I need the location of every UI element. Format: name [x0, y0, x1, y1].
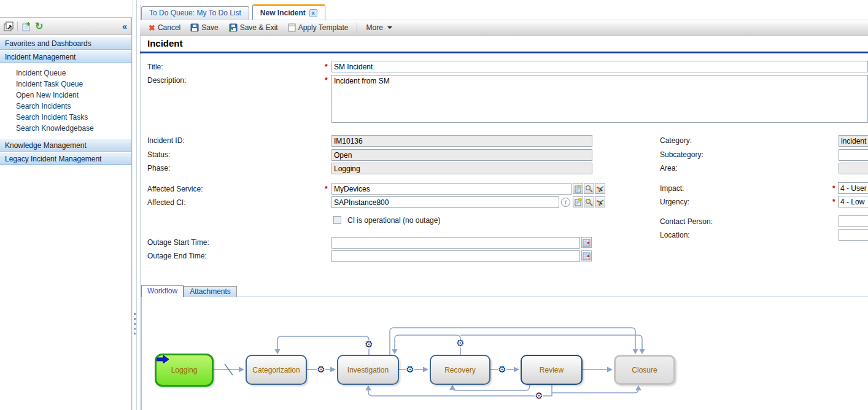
- workflow-node-investigation: Investigation: [337, 355, 399, 385]
- sidebar-item-search-incidents[interactable]: Search Incidents: [0, 101, 131, 112]
- save-exit-button[interactable]: Save & Exit: [225, 22, 282, 33]
- more-label: More: [366, 23, 382, 32]
- affected-service-input[interactable]: [331, 183, 572, 195]
- incident-management-items: Incident Queue Incident Task Queue Open …: [0, 64, 131, 139]
- find-icon[interactable]: [584, 183, 594, 194]
- affected-ci-label: Affected CI:: [147, 198, 185, 207]
- contact-person-input[interactable]: [839, 215, 868, 227]
- node-label: Investigation: [347, 366, 389, 374]
- section-favorites-and-dashboards[interactable]: Favorites and Dashboards: [0, 37, 131, 50]
- navigator-accordion: Favorites and Dashboards Incident Manage…: [0, 37, 131, 165]
- subcategory-label: Subcategory:: [660, 150, 703, 159]
- urgency-input[interactable]: [838, 196, 868, 207]
- svg-text:⚙: ⚙: [498, 364, 506, 375]
- location-input[interactable]: [839, 229, 868, 241]
- main-panel-left-border: [140, 5, 141, 410]
- impact-input[interactable]: [838, 182, 868, 194]
- calendar-icon[interactable]: [581, 250, 592, 261]
- category-input: [839, 135, 868, 147]
- sidebar-item-incident-task-queue[interactable]: Incident Task Queue: [0, 79, 131, 90]
- impact-label: Impact:: [660, 184, 684, 193]
- cancel-label: Cancel: [158, 23, 180, 32]
- splitter-drag-handle[interactable]: [134, 310, 136, 338]
- save-button[interactable]: Save: [187, 22, 222, 33]
- ci-operational-checkbox[interactable]: [333, 216, 341, 224]
- more-menu-button[interactable]: More: [362, 22, 395, 33]
- outage-start-input[interactable]: [331, 237, 580, 249]
- calendar-icon[interactable]: [581, 237, 592, 248]
- svg-text:⚙: ⚙: [456, 338, 464, 349]
- section-knowledge-management[interactable]: Knowledge Management: [0, 139, 131, 152]
- sidebar-item-search-incident-tasks[interactable]: Search Incident Tasks: [0, 112, 131, 123]
- fill-icon[interactable]: [573, 183, 583, 194]
- svg-text:⚙: ⚙: [365, 339, 373, 350]
- outage-end-input[interactable]: [331, 250, 580, 262]
- sidebar-item-search-knowledgebase[interactable]: Search Knowledgebase: [0, 123, 131, 134]
- save-exit-icon: [228, 23, 238, 32]
- current-phase-arrow-icon: [157, 355, 170, 363]
- tab-attachments[interactable]: Attachments: [184, 286, 237, 297]
- incident-id-label: Incident ID:: [147, 136, 185, 145]
- info-icon[interactable]: i: [561, 198, 570, 207]
- area-input: [839, 163, 868, 174]
- incident-id-input: [331, 135, 592, 147]
- document-tabs: To Do Queue: My To Do List New Incident …: [141, 4, 328, 20]
- popout-icon[interactable]: [4, 21, 14, 31]
- description-label: Description:: [147, 76, 186, 85]
- save-exit-label: Save & Exit: [240, 23, 278, 32]
- sidebar-item-open-new-incident[interactable]: Open New Incident: [0, 90, 131, 101]
- category-label: Category:: [660, 136, 692, 145]
- sidebar-item-incident-queue[interactable]: Incident Queue: [0, 68, 131, 79]
- workflow-node-recovery: Recovery: [430, 355, 490, 385]
- node-label: Categorization: [252, 366, 300, 374]
- save-label: Save: [201, 23, 218, 32]
- workflow-connectors: ⚙ ⚙ ⚙ ⚙ ⚙ ⚙: [141, 297, 868, 410]
- description-input[interactable]: Incident from SM: [331, 75, 868, 123]
- cancel-icon: ✖: [149, 23, 155, 33]
- svg-text:⚙: ⚙: [535, 390, 543, 401]
- find-icon[interactable]: [584, 196, 594, 207]
- affected-ci-input[interactable]: [331, 196, 559, 208]
- apply-template-button[interactable]: Apply Template: [284, 22, 352, 33]
- smart-indicator-icon[interactable]: [595, 183, 605, 194]
- cancel-button[interactable]: ✖ Cancel: [145, 22, 184, 34]
- title-input[interactable]: [331, 61, 868, 72]
- workflow-node-logging: Logging: [155, 354, 214, 387]
- workflow-diagram: ⚙ ⚙ ⚙ ⚙ ⚙ ⚙ Logging Categorization Inves…: [141, 297, 868, 410]
- node-label: Closure: [632, 366, 657, 374]
- navigator-sidebar: ↻ « Favorites and Dashboards Incident Ma…: [0, 17, 132, 410]
- tab-new-incident[interactable]: New Incident x: [252, 4, 325, 20]
- location-label: Location:: [660, 231, 690, 239]
- svg-text:⚙: ⚙: [406, 364, 414, 375]
- node-label: Review: [540, 366, 564, 374]
- notebook-subtabs: Workflow Attachments: [141, 285, 237, 297]
- fill-icon[interactable]: [573, 196, 583, 207]
- sidebar-toolbar: ↻ «: [0, 17, 131, 35]
- status-input: [331, 149, 592, 161]
- section-legacy-incident-management[interactable]: Legacy Incident Management: [0, 152, 131, 165]
- workflow-node-review: Review: [521, 355, 583, 385]
- section-incident-management[interactable]: Incident Management: [0, 50, 131, 63]
- required-marker: *: [325, 76, 328, 85]
- ci-operational-label: CI is operational (no outage): [347, 216, 440, 225]
- contact-person-label: Contact Person:: [660, 217, 713, 226]
- required-marker: *: [325, 185, 328, 193]
- outage-end-label: Outage End Time:: [147, 252, 207, 260]
- workflow-node-closure: Closure: [614, 355, 675, 385]
- toolbar-separator: [17, 21, 18, 31]
- sidebar-splitter[interactable]: [133, 0, 137, 410]
- affected-service-label: Affected Service:: [147, 185, 203, 193]
- new-record-icon[interactable]: [21, 21, 31, 31]
- subcategory-input[interactable]: [839, 149, 868, 161]
- phase-input: [331, 163, 592, 174]
- chevron-down-icon: [387, 26, 392, 29]
- close-tab-icon[interactable]: x: [309, 9, 317, 17]
- tab-todo-queue[interactable]: To Do Queue: My To Do List: [141, 6, 249, 20]
- node-label: Recovery: [444, 366, 476, 374]
- collapse-sidebar-icon[interactable]: «: [122, 21, 127, 31]
- refresh-icon[interactable]: ↻: [35, 22, 43, 31]
- urgency-label: Urgency:: [660, 198, 689, 206]
- tab-workflow[interactable]: Workflow: [141, 285, 184, 297]
- toolbar-separator: [357, 23, 357, 33]
- smart-indicator-icon[interactable]: [595, 196, 605, 207]
